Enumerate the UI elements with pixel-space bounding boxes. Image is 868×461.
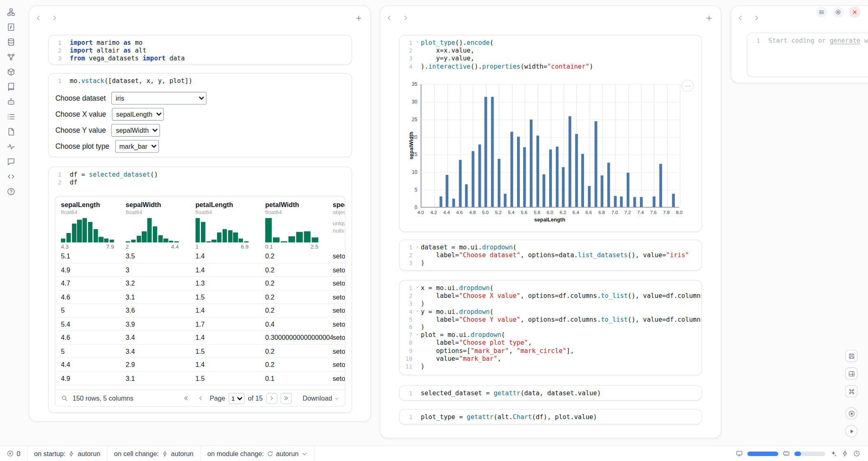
chart-plot-area[interactable] xyxy=(421,84,679,207)
code-line[interactable]: 7▾plot = mo.ui.dropdown( xyxy=(399,331,696,339)
code-line[interactable]: 1▾x = mo.ui.dropdown( xyxy=(399,284,696,292)
cell-imports[interactable]: 1import marimo as mo2import altair as al… xyxy=(48,35,352,65)
table-row[interactable]: 53.41.50.2setosa xyxy=(55,344,345,358)
sidebar-item-logs[interactable] xyxy=(5,142,17,151)
sidebar-item-packages[interactable] xyxy=(5,67,17,76)
code-line[interactable]: 6) xyxy=(399,323,696,331)
column-histogram[interactable] xyxy=(265,218,318,242)
page-select[interactable]: 1 xyxy=(229,393,245,404)
choose-y-value-select[interactable]: sepalWidth xyxy=(111,124,160,137)
code-line[interactable]: 8 label="Choose plot type", xyxy=(399,339,696,347)
download-button[interactable]: Download xyxy=(302,394,339,402)
code-line[interactable]: 9 options=["mark_bar", "mark_circle"], xyxy=(399,347,696,355)
code-editor[interactable]: 1 Start coding or generate with AI xyxy=(747,33,868,48)
sidebar-item-help[interactable] xyxy=(5,187,17,196)
table-row[interactable]: 4.73.21.30.2setosa xyxy=(55,277,345,290)
sidebar-item-file-explorer[interactable] xyxy=(5,8,17,17)
code-editor[interactable]: 1df = selected_dataset()2df xyxy=(49,167,352,189)
column-scroll-left-button[interactable] xyxy=(386,14,393,22)
sidebar-item-outline[interactable] xyxy=(5,112,17,121)
sidebar-item-datasets[interactable] xyxy=(5,38,17,47)
kernel-status-icon[interactable] xyxy=(841,450,849,457)
code-editor[interactable]: 1mo.vstack([dataset, x, y, plot]) xyxy=(49,74,352,88)
column-histogram[interactable] xyxy=(61,218,114,242)
table-row[interactable]: 5.43.91.70.4setosa xyxy=(55,317,345,331)
save-button[interactable] xyxy=(845,350,858,362)
table-row[interactable]: 4.93.11.50.1setosa xyxy=(55,371,345,385)
choose-dataset-select[interactable]: iris xyxy=(111,92,207,105)
code-line[interactable]: 2 label="Choose dataset", options=data.l… xyxy=(399,251,696,259)
sidebar-item-dependency-graph[interactable] xyxy=(5,53,17,62)
code-line[interactable]: 2import altair as alt xyxy=(49,46,346,54)
empty-cell[interactable]: 1 Start coding or generate with AI xyxy=(747,32,868,77)
sidebar-item-snippets[interactable] xyxy=(5,172,17,181)
column-scroll-left-button[interactable] xyxy=(737,14,744,22)
table-row[interactable]: 53.61.40.2setosa xyxy=(55,304,345,317)
column-scroll-right-button[interactable] xyxy=(753,14,760,22)
code-line[interactable]: 4).interactive().properties(width="conta… xyxy=(399,62,696,70)
runtime-config-segment-2[interactable]: on module change:autorun xyxy=(201,446,315,461)
sidebar-item-documentation[interactable] xyxy=(5,127,17,136)
code-line[interactable]: 3) xyxy=(399,259,696,267)
sidebar-item-functions[interactable] xyxy=(5,23,17,32)
ai-status-icon[interactable] xyxy=(830,450,837,457)
add-cell-button[interactable] xyxy=(355,14,362,22)
table-row[interactable]: 5.13.51.40.2setosa xyxy=(55,249,345,263)
search-icon[interactable] xyxy=(61,394,68,402)
code-editor[interactable]: 1selected_dataset = getattr(data, datase… xyxy=(399,386,701,400)
uptime-icon[interactable] xyxy=(853,450,861,457)
code-editor[interactable]: 1▾plot_type().encode(2 x=x.value,3 y=y.v… xyxy=(399,35,701,74)
code-line[interactable]: 3from vega_datasets import data xyxy=(49,55,346,62)
cell-selected-dataset[interactable]: 1selected_dataset = getattr(data, datase… xyxy=(399,385,702,401)
column-scroll-right-button[interactable] xyxy=(402,14,409,22)
code-line[interactable]: 1selected_dataset = getattr(data, datase… xyxy=(399,389,696,397)
next-page-button[interactable] xyxy=(266,393,277,404)
layout-button[interactable] xyxy=(845,367,858,380)
run-all-button[interactable] xyxy=(845,425,858,437)
column-histogram[interactable] xyxy=(126,218,179,242)
code-line[interactable]: 1▾dataset = mo.ui.dropdown( xyxy=(399,244,696,251)
code-line[interactable]: 1import marimo as mo xyxy=(49,39,346,46)
choose-x-value-select[interactable]: sepalLength xyxy=(112,108,164,121)
table-column-header[interactable]: sepalWidthfloat6424.4 xyxy=(126,201,196,250)
runtime-config-segment-0[interactable]: on startup:autorun xyxy=(28,446,108,461)
code-editor[interactable]: 1plot_type = getattr(alt.Chart(df), plot… xyxy=(399,410,701,424)
generate-with-ai-link[interactable]: generate xyxy=(830,37,861,44)
code-line[interactable]: 11) xyxy=(399,362,696,370)
sidebar-item-ai-chat[interactable] xyxy=(5,97,17,106)
altair-chart[interactable]: sepalWidth 05101520253035 4.04.24.44.64.… xyxy=(399,74,701,230)
table-row[interactable]: 4.63.41.40.30000000000000004setosa xyxy=(55,331,345,344)
code-line[interactable]: 3 y=y.value, xyxy=(399,55,696,62)
error-indicator[interactable]: 0 xyxy=(0,446,28,461)
prev-page-button[interactable] xyxy=(195,393,206,404)
cell-plot-type[interactable]: 1plot_type = getattr(alt.Chart(df), plot… xyxy=(399,409,702,424)
code-line[interactable]: 1▾plot_type().encode( xyxy=(399,39,696,46)
table-row[interactable]: 4.42.91.40.2setosa xyxy=(55,358,345,371)
code-line[interactable]: 10 value="mark_bar", xyxy=(399,355,696,362)
table-column-header[interactable]: petalWidthfloat640.12.5 xyxy=(265,201,332,250)
code-line[interactable]: 2 label="Choose X value", options=df.col… xyxy=(399,292,696,300)
code-line[interactable]: 5 label="Choose Y value", options=df.col… xyxy=(399,316,696,323)
stop-button[interactable] xyxy=(845,407,858,420)
column-scroll-right-button[interactable] xyxy=(51,14,58,22)
code-line[interactable]: 1df = selected_dataset() xyxy=(49,171,346,178)
table-row[interactable]: 4.931.40.2setosa xyxy=(55,263,345,277)
last-page-button[interactable] xyxy=(280,393,291,404)
notebook-menu-button[interactable] xyxy=(816,7,827,18)
code-line[interactable]: 1mo.vstack([dataset, x, y, plot]) xyxy=(49,77,346,85)
sidebar-item-notebook[interactable] xyxy=(5,83,17,92)
table-column-header[interactable]: speciesobjectuniquenulls: xyxy=(333,201,345,250)
table-column-header[interactable]: petalLengthfloat6416.9 xyxy=(195,201,265,250)
first-page-button[interactable] xyxy=(181,393,192,404)
keyboard-shortcuts-button[interactable] xyxy=(845,385,858,397)
code-line[interactable]: 2 x=x.value, xyxy=(399,46,696,54)
cell-xy-plot-dropdowns[interactable]: 1▾x = mo.ui.dropdown(2 label="Choose X v… xyxy=(399,280,702,376)
settings-button[interactable] xyxy=(833,7,844,18)
code-editor[interactable]: 1▾x = mo.ui.dropdown(2 label="Choose X v… xyxy=(399,281,701,374)
code-line[interactable]: 4▾y = mo.ui.dropdown( xyxy=(399,307,696,315)
table-column-header[interactable]: sepalLengthfloat644.37.9 xyxy=(61,201,126,250)
shutdown-button[interactable] xyxy=(849,7,860,18)
cell-dataset-dropdown[interactable]: 1▾dataset = mo.ui.dropdown(2 label="Choo… xyxy=(399,240,702,270)
table-row[interactable]: 4.63.11.50.2setosa xyxy=(55,290,345,304)
column-histogram[interactable] xyxy=(195,218,248,242)
